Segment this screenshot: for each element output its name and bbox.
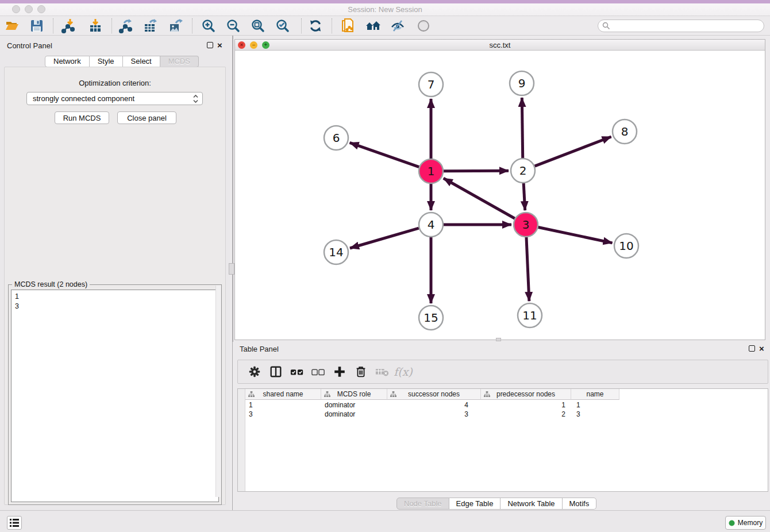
export-table-icon[interactable] [143, 18, 159, 34]
graph-node-4[interactable]: 4 [419, 213, 443, 237]
function-builder-icon: f(x) [392, 363, 414, 380]
table-tabs: Node TableEdge TableNetwork TableMotifs [396, 498, 596, 510]
tab-mcds[interactable]: MCDS [160, 56, 199, 67]
graph-node-14[interactable]: 14 [324, 240, 348, 264]
import-table-icon[interactable] [87, 18, 103, 34]
zoom-out-icon[interactable] [225, 18, 241, 34]
graph-node-label: 7 [428, 78, 435, 91]
export-network-icon[interactable] [118, 18, 134, 34]
open-session-icon[interactable] [5, 18, 21, 34]
graph-node-label: 15 [424, 311, 438, 325]
graph-edge-3-10[interactable] [538, 228, 613, 243]
zoom-selected-icon[interactable] [275, 18, 291, 34]
table-settings-gear-icon[interactable] [244, 363, 265, 380]
task-history-button[interactable] [7, 516, 22, 530]
graph-edge-2-9[interactable] [522, 98, 522, 158]
graph-node-2[interactable]: 2 [511, 159, 535, 183]
cell-successor-nodes[interactable]: 4 [387, 400, 481, 410]
column-label: successor nodes [408, 390, 460, 398]
float-table-panel-icon[interactable] [749, 345, 755, 352]
graph-node-3[interactable]: 3 [514, 213, 538, 237]
horizontal-splitter-grip[interactable] [496, 338, 501, 341]
graph-edge-2-8[interactable] [535, 137, 611, 166]
export-image-icon[interactable] [168, 18, 184, 34]
column-header-successor-nodes[interactable]: successor nodes [387, 389, 481, 400]
apply-layout-icon[interactable] [307, 18, 324, 34]
graph-edge-3-1[interactable] [444, 178, 515, 218]
add-column-icon[interactable] [329, 363, 350, 380]
tab-node-table[interactable]: Node Table [396, 498, 449, 510]
float-panel-icon[interactable] [207, 42, 213, 48]
cell-name[interactable]: 3 [571, 410, 619, 419]
home-icon[interactable] [365, 18, 381, 34]
graph-node-label: 3 [522, 218, 530, 232]
control-panel: Control Panel × NetworkStyleSelectMCDS O… [0, 36, 230, 510]
deselect-all-icon[interactable] [307, 363, 329, 380]
status-bar: Memory [0, 510, 770, 532]
network-view-frame: × – + scc.txt 7968124314101511 [234, 39, 765, 340]
cell-shared-name[interactable]: 1 [245, 400, 321, 410]
graph-node-label: 1 [428, 164, 435, 178]
tab-network-table[interactable]: Network Table [500, 498, 562, 510]
column-header-name[interactable]: name [571, 389, 619, 400]
zoom-fit-icon[interactable] [250, 18, 266, 34]
run-mcds-button[interactable]: Run MCDS [55, 111, 109, 124]
search-input[interactable] [613, 22, 764, 30]
close-panel-icon[interactable]: × [217, 42, 222, 48]
close-table-panel-icon[interactable]: × [759, 345, 764, 352]
graph-edge-2-3[interactable] [523, 183, 525, 210]
column-header-shared-name[interactable]: shared name [245, 389, 321, 400]
graph-edge-1-2[interactable] [444, 171, 509, 171]
cell-predecessor-nodes[interactable]: 1 [481, 400, 571, 410]
table-row[interactable]: 1dominator411 [245, 400, 619, 410]
memory-button[interactable]: Memory [725, 516, 766, 530]
graph-node-6[interactable]: 6 [324, 126, 348, 150]
column-label: predecessor nodes [496, 390, 555, 398]
criterion-dropdown[interactable]: strongly connected component [26, 92, 203, 105]
graph-node-7[interactable]: 7 [419, 72, 443, 97]
table-row[interactable]: 3dominator323 [245, 410, 619, 419]
search-field[interactable] [598, 20, 764, 32]
zoom-in-icon[interactable] [201, 18, 217, 34]
result-scrollbar[interactable] [215, 286, 221, 497]
control-panel-tabs: NetworkStyleSelectMCDS [45, 56, 199, 67]
cell-shared-name[interactable]: 3 [245, 410, 321, 419]
close-panel-button[interactable]: Close panel [117, 111, 176, 124]
network-view-title: scc.txt [235, 41, 765, 49]
clone-network-icon[interactable] [340, 18, 356, 34]
graph-node-8[interactable]: 8 [613, 119, 637, 144]
tab-network[interactable]: Network [45, 56, 90, 67]
toolbar-separator [301, 18, 302, 33]
show-columns-icon[interactable] [265, 363, 286, 380]
graph-edge-3-11[interactable] [526, 237, 529, 301]
graph-node-9[interactable]: 9 [510, 71, 534, 95]
column-header-predecessor-nodes[interactable]: predecessor nodes [481, 389, 571, 400]
network-canvas-svg[interactable]: 7968124314101511 [235, 51, 765, 340]
node-table[interactable]: shared nameMCDS rolesuccessor nodesprede… [237, 388, 768, 492]
select-all-icon[interactable] [286, 363, 307, 380]
cell-MCDS-role[interactable]: dominator [321, 410, 387, 419]
tab-motifs[interactable]: Motifs [563, 498, 597, 510]
cell-MCDS-role[interactable]: dominator [321, 400, 387, 410]
save-session-icon[interactable] [29, 18, 45, 34]
graph-node-10[interactable]: 10 [614, 234, 638, 258]
tab-style[interactable]: Style [90, 56, 123, 67]
tab-select[interactable]: Select [123, 56, 160, 67]
column-header-MCDS-role[interactable]: MCDS role [321, 389, 387, 400]
window-title: Session: New Session [0, 5, 770, 14]
graph-edge-4-14[interactable] [350, 228, 419, 248]
delete-column-icon[interactable] [350, 363, 371, 380]
vertical-splitter-grip[interactable] [229, 263, 234, 275]
criterion-value: strongly connected component [33, 94, 134, 103]
graph-node-11[interactable]: 11 [518, 303, 542, 327]
import-network-icon[interactable] [60, 18, 76, 34]
graph-node-15[interactable]: 15 [419, 306, 443, 330]
cell-predecessor-nodes[interactable]: 2 [481, 410, 571, 419]
hide-panel-eye-icon[interactable] [390, 18, 406, 34]
tab-edge-table[interactable]: Edge Table [449, 498, 501, 510]
mcds-result-text[interactable]: 1 3 [11, 290, 219, 502]
graph-edge-1-6[interactable] [350, 142, 419, 167]
cell-successor-nodes[interactable]: 3 [387, 410, 481, 419]
cell-name[interactable]: 1 [571, 400, 619, 410]
graph-node-1[interactable]: 1 [419, 159, 443, 183]
